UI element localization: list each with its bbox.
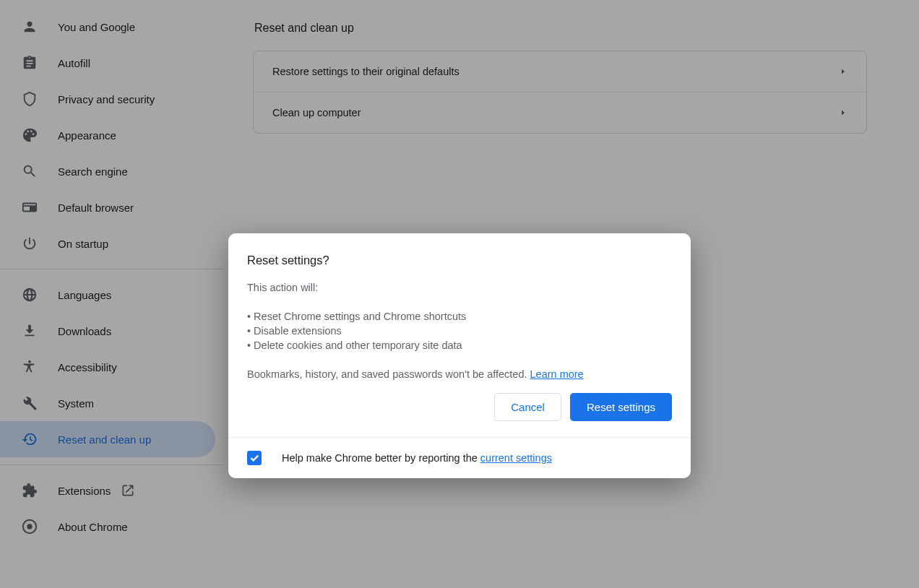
footer-prefix: Help make Chrome better by reporting the [282,452,480,464]
bullet-item: • Delete cookies and other temporary sit… [247,340,672,351]
reset-settings-button[interactable]: Reset settings [570,393,672,421]
note-text: Bookmarks, history, and saved passwords … [247,368,530,380]
dialog-lead: This action will: [247,282,672,293]
reset-settings-dialog: Reset settings? This action will: • Rese… [228,233,691,478]
dialog-bullets: • Reset Chrome settings and Chrome short… [247,311,672,351]
dialog-note: Bookmarks, history, and saved passwords … [247,368,672,380]
report-settings-checkbox[interactable] [247,451,262,465]
bullet-item: • Reset Chrome settings and Chrome short… [247,311,672,322]
learn-more-link[interactable]: Learn more [530,368,584,380]
bullet-item: • Disable extensions [247,325,672,337]
current-settings-link[interactable]: current settings [480,452,552,464]
dialog-title: Reset settings? [247,254,672,267]
cancel-button[interactable]: Cancel [494,393,561,421]
footer-text: Help make Chrome better by reporting the… [282,452,552,464]
modal-overlay[interactable]: Reset settings? This action will: • Rese… [0,0,919,588]
